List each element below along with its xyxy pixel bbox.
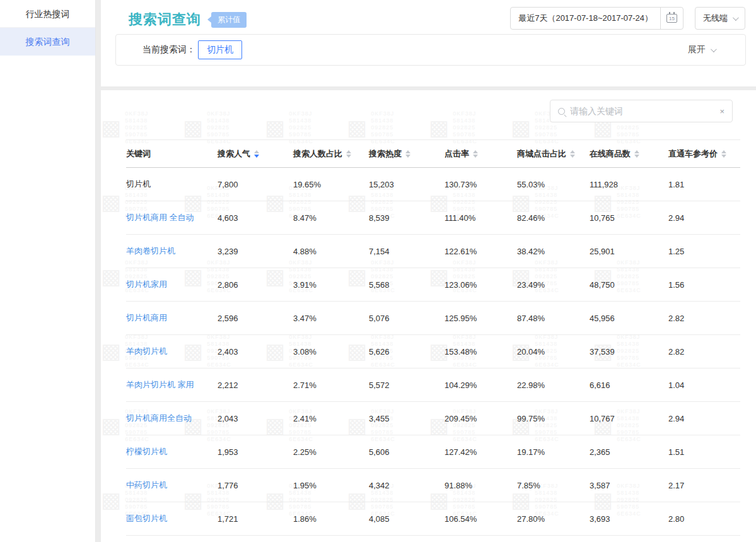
cell-search-popularity: 2,043 [218, 402, 293, 435]
cell-searcher-ratio: 2.41% [293, 402, 369, 435]
sort-icon[interactable] [473, 150, 478, 158]
table-row: 羊肉片切片机 家用 2,212 2.71% 5,572 104.29% 22.9… [126, 368, 740, 402]
cell-search-popularity: 1,953 [218, 435, 293, 469]
col-label: 关键词 [126, 148, 151, 160]
cell-mall-click-ratio: 55.03% [517, 168, 590, 201]
watermark-qr-icon: ▩ [101, 191, 121, 213]
cell-search-heat: 5,572 [369, 368, 445, 402]
cell-search-popularity: 1,721 [218, 502, 293, 536]
cell-search-heat: 15,203 [369, 168, 445, 201]
cell-ztc-reference-price: 1.51 [668, 435, 740, 469]
current-search-word-chip[interactable]: 切片机 [198, 40, 242, 59]
cumulative-value-badge: 累计值 [211, 12, 247, 28]
col-search-heat[interactable]: 搜索热度 [369, 140, 445, 168]
watermark-qr-icon: ▩ [101, 415, 121, 436]
cell-search-popularity: 4,603 [218, 201, 293, 235]
sort-icon[interactable] [570, 150, 575, 158]
cell-searcher-ratio: 2.25% [293, 435, 369, 469]
cell-online-products: 111,928 [590, 168, 668, 201]
cell-online-products: 45,956 [590, 302, 668, 335]
cell-search-heat: 3,455 [369, 402, 445, 435]
cell-search-heat: 8,539 [369, 201, 445, 235]
cell-search-heat: 4,085 [369, 502, 445, 536]
col-click-rate[interactable]: 点击率 [445, 140, 517, 168]
table-row: 中药切片机 1,776 1.95% 4,342 91.88% 7.85% 3,5… [126, 469, 740, 502]
table-row: 切片机商用 全自动 4,603 8.47% 8,539 111.40% 82.4… [126, 201, 740, 235]
cell-searcher-ratio: 3.47% [293, 302, 369, 335]
cell-ztc-reference-price: 2.94 [668, 201, 740, 235]
col-label: 点击率 [445, 148, 469, 160]
cell-searcher-ratio: 3.91% [293, 268, 369, 302]
cell-click-rate: 209.45% [445, 402, 517, 435]
keyword-cell[interactable]: 切片机家用 [126, 280, 167, 289]
cell-ztc-reference-price: 1.25 [668, 235, 740, 268]
keyword-cell[interactable]: 切片机商用 全自动 [126, 213, 194, 222]
cell-searcher-ratio: 1.95% [293, 469, 369, 502]
cell-online-products: 37,539 [590, 335, 668, 368]
cell-click-rate: 153.48% [445, 335, 517, 368]
table-body: 切片机 7,800 19.65% 15,203 130.73% 55.03% 1… [126, 168, 740, 542]
cell-search-heat: 5,568 [369, 268, 445, 302]
cell-search-popularity: 1,698 [218, 536, 293, 542]
cell-search-heat: 5,626 [369, 335, 445, 368]
cell-search-popularity: 3,239 [218, 235, 293, 268]
cell-searcher-ratio: 3.08% [293, 335, 369, 368]
table-row: 羊肉卷切片机 3,239 4.88% 7,154 122.61% 38.42% … [126, 235, 740, 268]
col-search-popularity[interactable]: 搜索人气 [218, 140, 293, 168]
chevron-down-icon [733, 15, 739, 21]
cell-click-rate: 106.54% [445, 502, 517, 536]
cell-searcher-ratio: 1.86% [293, 502, 369, 536]
table-header-row: 关键词 搜索人气 搜索人数占比 搜索热度 [126, 140, 740, 168]
cell-ztc-reference-price: 1.04 [668, 368, 740, 402]
cell-search-heat: 5,606 [369, 435, 445, 469]
cell-mall-click-ratio: 19.17% [517, 435, 590, 469]
sort-icon[interactable] [346, 150, 351, 158]
col-mall-click-ratio[interactable]: 商城点击占比 [517, 140, 590, 168]
keyword-search-input[interactable] [570, 106, 714, 116]
keyword-cell[interactable]: 羊肉片切片机 家用 [126, 380, 194, 389]
cell-ztc-reference-price: 1.81 [668, 168, 740, 201]
top-controls: 最近7天（2017-07-18~2017-07-24） 15 无线端 [510, 7, 745, 30]
search-icon [558, 108, 565, 115]
header-section: 搜索词查询 累计值 最近7天（2017-07-18~2017-07-24） 15… [101, 0, 756, 86]
sidebar-item-search-word-query[interactable]: 搜索词查询 [0, 28, 95, 56]
current-search-word-panel: 当前搜索词： 切片机 展开 [115, 34, 746, 66]
col-searcher-ratio[interactable]: 搜索人数占比 [293, 140, 369, 168]
date-range-button[interactable]: 最近7天（2017-07-18~2017-07-24） 15 [510, 7, 683, 30]
cell-click-rate: 112.32% [445, 536, 517, 542]
sort-icon[interactable] [254, 150, 259, 158]
table-row: 切片机家用 2,806 3.91% 5,568 123.06% 23.49% 4… [126, 268, 740, 302]
col-ztc-reference-price[interactable]: 直通车参考价 [668, 140, 740, 168]
cell-click-rate: 122.61% [445, 235, 517, 268]
keyword-cell[interactable]: 中药切片机 [126, 480, 167, 490]
sort-icon[interactable] [634, 150, 639, 158]
sidebar-item-industry-hot-words[interactable]: 行业热搜词 [0, 0, 95, 28]
cell-ztc-reference-price: 1.56 [668, 268, 740, 302]
keyword-cell[interactable]: 面包切片机 [126, 514, 167, 523]
cell-ztc-reference-price: 2.82 [668, 302, 740, 335]
table-row: 羊肉切片机 2,403 3.08% 5,626 153.48% 20.04% 3… [126, 335, 740, 368]
cell-search-popularity: 1,776 [218, 469, 293, 502]
keyword-cell: 切片机 [126, 179, 151, 189]
current-search-word-label: 当前搜索词： [142, 44, 195, 56]
cell-search-popularity: 2,806 [218, 268, 293, 302]
clear-icon[interactable]: × [714, 107, 724, 116]
cell-online-products: 25,901 [590, 235, 668, 268]
keyword-cell[interactable]: 羊肉卷切片机 [126, 246, 175, 256]
col-online-products[interactable]: 在线商品数 [590, 140, 668, 168]
calendar-button[interactable]: 15 [660, 8, 683, 29]
cell-ztc-reference-price: 2.94 [668, 402, 740, 435]
search-row: × [101, 90, 756, 122]
expand-toggle[interactable]: 展开 [688, 44, 715, 56]
keyword-cell[interactable]: 柠檬切片机 [126, 447, 167, 456]
sort-icon[interactable] [721, 150, 726, 158]
col-keyword: 关键词 [126, 140, 218, 168]
cell-search-heat: 5,076 [369, 302, 445, 335]
keyword-cell[interactable]: 羊肉切片机 [126, 346, 167, 356]
cell-click-rate: 127.42% [445, 435, 517, 469]
keyword-cell[interactable]: 切片机商用全自动 [126, 413, 192, 423]
sort-icon[interactable] [405, 150, 410, 158]
device-selector-dropdown[interactable]: 无线端 [695, 7, 745, 30]
keyword-cell[interactable]: 切片机商用 [126, 313, 167, 322]
chevron-down-icon [711, 46, 717, 52]
